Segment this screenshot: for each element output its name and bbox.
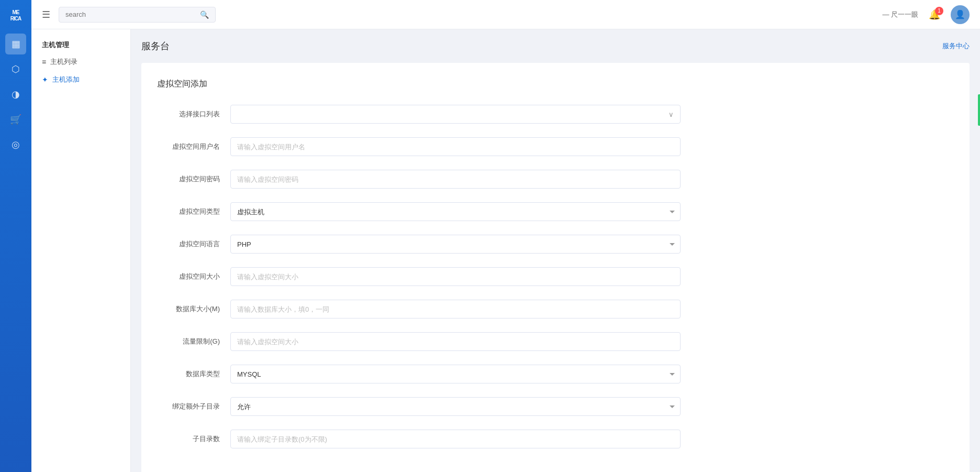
sidebar: MERICA ▦ ⬡ ◑ 🛒 ◎: [0, 0, 31, 472]
chevron-down-icon: ∨: [669, 111, 674, 118]
label-subdir-count: 子目录数: [157, 434, 230, 444]
input-db-size[interactable]: [230, 300, 681, 319]
add-icon: ✦: [42, 75, 48, 84]
control-vspace-lang: PHP ASP Python Java: [230, 235, 681, 254]
user-avatar[interactable]: 👤: [951, 5, 970, 24]
form-row-vspace-password: 虚拟空间密码: [157, 168, 954, 191]
select-subdir-allowed[interactable]: 允许 不允许: [230, 397, 681, 416]
input-subdir-count[interactable]: [230, 430, 681, 448]
form-row-subdir-count: 子目录数: [157, 427, 954, 451]
form-row-vspace-size: 虚拟空间大小: [157, 265, 954, 288]
control-flow-limit: [230, 332, 681, 351]
list-icon: ≡: [42, 58, 46, 66]
connection-selector[interactable]: ∨: [230, 105, 681, 124]
search-input[interactable]: [65, 10, 196, 18]
top-navbar: ☰ 🔍 — 尺一一眼 🔔 1 👤: [31, 0, 980, 29]
sidebar-item-layers[interactable]: ⬡: [5, 59, 26, 80]
form-row-db-size: 数据库大小(M): [157, 298, 954, 321]
label-vspace-type: 虚拟空间类型: [157, 207, 230, 216]
control-db-size: [230, 300, 681, 319]
label-flow-limit: 流量限制(G): [157, 337, 230, 346]
notification-count: 1: [935, 7, 943, 15]
form-row-db-type: 数据库类型 MYSQL MSSQL PostgreSQL: [157, 363, 954, 386]
form-card: 虚拟空间添加 选择接口列表 ∨ 虚拟空间用户名: [141, 63, 970, 472]
control-vspace-password: [230, 170, 681, 189]
label-vspace-user: 虚拟空间用户名: [157, 142, 230, 151]
left-nav-label-host-list: 主机列录: [50, 57, 77, 67]
left-navigation: 主机管理 ≡ 主机列录 ✦ 主机添加: [31, 29, 131, 472]
input-vspace-user[interactable]: [230, 137, 681, 156]
pie-icon: ◑: [12, 89, 20, 100]
form-section-title: 虚拟空间添加: [157, 79, 954, 90]
label-db-type: 数据库类型: [157, 369, 230, 379]
globe-icon: ◎: [12, 139, 20, 150]
control-subdir-count: [230, 430, 681, 448]
app-logo: MERICA: [3, 5, 29, 26]
form-row-vspace-lang: 虚拟空间语言 PHP ASP Python Java: [157, 233, 954, 256]
select-vspace-lang[interactable]: PHP ASP Python Java: [230, 235, 681, 254]
layers-icon: ⬡: [12, 63, 20, 75]
form-row-connection: 选择接口列表 ∨: [157, 103, 954, 126]
chart-icon: ▦: [12, 38, 20, 50]
cart-icon: 🛒: [10, 114, 21, 125]
left-nav-item-host-list[interactable]: ≡ 主机列录: [31, 53, 130, 71]
left-nav-label-host-add: 主机添加: [52, 75, 80, 84]
control-vspace-size: [230, 267, 681, 286]
select-db-type[interactable]: MYSQL MSSQL PostgreSQL: [230, 365, 681, 383]
label-vspace-password: 虚拟空间密码: [157, 174, 230, 184]
control-db-type: MYSQL MSSQL PostgreSQL: [230, 365, 681, 383]
control-subdir-allowed: 允许 不允许: [230, 397, 681, 416]
sidebar-item-globe[interactable]: ◎: [5, 134, 26, 155]
sidebar-item-chart[interactable]: ▦: [5, 34, 26, 54]
form-row-flow-limit: 流量限制(G): [157, 330, 954, 353]
sidebar-item-cart[interactable]: 🛒: [5, 109, 26, 130]
form-row-vspace-user: 虚拟空间用户名: [157, 135, 954, 158]
page-content: 服务台 服务中心 虚拟空间添加 选择接口列表 ∨: [131, 29, 980, 472]
form-row-subdir-allowed: 绑定额外子目录 允许 不允许: [157, 395, 954, 418]
control-vspace-user: [230, 137, 681, 156]
page-header: 服务台 服务中心: [141, 40, 970, 52]
left-nav-item-host-add[interactable]: ✦ 主机添加: [31, 71, 130, 89]
input-vspace-password[interactable]: [230, 170, 681, 189]
hamburger-icon[interactable]: ☰: [42, 9, 50, 20]
input-vspace-size[interactable]: [230, 267, 681, 286]
search-icon: 🔍: [200, 10, 209, 19]
label-connection: 选择接口列表: [157, 109, 230, 119]
control-connection: ∨: [230, 105, 681, 124]
left-nav-title: 主机管理: [31, 37, 130, 53]
input-flow-limit[interactable]: [230, 332, 681, 351]
service-center-link[interactable]: 服务中心: [942, 41, 970, 51]
avatar-icon: 👤: [955, 9, 965, 19]
topnav-actions: — 尺一一眼: [882, 10, 918, 19]
form-row-vspace-type: 虚拟空间类型 虚拟主机 云主机 独立主机: [157, 200, 954, 223]
label-subdir-allowed: 绑定额外子目录: [157, 402, 230, 411]
control-vspace-type: 虚拟主机 云主机 独立主机: [230, 202, 681, 221]
notification-button[interactable]: 🔔 1: [929, 9, 940, 20]
select-vspace-type[interactable]: 虚拟主机 云主机 独立主机: [230, 202, 681, 221]
search-box[interactable]: 🔍: [59, 7, 216, 23]
label-vspace-lang: 虚拟空间语言: [157, 239, 230, 249]
label-vspace-size: 虚拟空间大小: [157, 272, 230, 281]
page-title: 服务台: [141, 40, 170, 52]
sidebar-item-pie[interactable]: ◑: [5, 84, 26, 105]
right-accent-bar: [978, 94, 980, 126]
topnav-right: — 尺一一眼 🔔 1 👤: [882, 5, 970, 24]
label-db-size: 数据库大小(M): [157, 304, 230, 314]
topnav-label: — 尺一一眼: [882, 10, 918, 19]
logo-text: MERICA: [10, 9, 21, 22]
